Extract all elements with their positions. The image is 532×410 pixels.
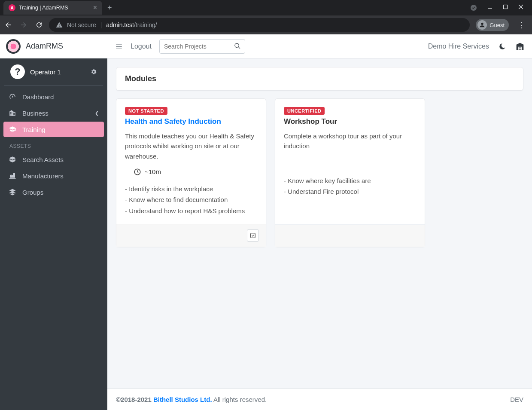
main-nav: Dashboard Business ❮ Training ASSETS [0,89,107,201]
svg-point-5 [481,23,483,25]
module-duration: ~10m [125,168,257,176]
module-card: NOT STARTED Health and Safety Induction … [116,98,266,247]
search-projects-input[interactable] [159,39,245,54]
topbar-right: Demo Hire Services [428,42,524,51]
bullet-item: - Understand Fire protocol [284,186,416,197]
browser-back-icon[interactable] [4,21,12,29]
status-badge: UNCERTIFIED [284,107,325,115]
tachometer-icon [9,93,17,101]
module-description: Complete a workshop tour as part of your… [284,131,416,151]
site-info-icon[interactable] [56,21,63,28]
browser-forward-icon[interactable] [20,21,27,29]
sidebar-item-dashboard[interactable]: Dashboard [3,89,104,104]
settings-gear-icon[interactable] [90,68,97,75]
topbar: Logout Demo Hire Services [107,34,532,58]
nav-label: Search Assets [22,156,64,163]
search-icon[interactable] [234,43,241,49]
user-avatar-icon: ? [10,64,25,79]
footer: ©2018-2021 Bithell Studios Ltd. All righ… [107,389,532,410]
omnibox[interactable]: Not secure | admin.test/training/ [49,18,470,32]
logout-link[interactable]: Logout [131,43,152,50]
module-title-link[interactable]: Health and Safety Induction [125,117,257,126]
module-footer [116,224,266,247]
module-bullets: - Identify risks in the workplace - Know… [125,184,257,217]
browser-reload-icon[interactable] [35,21,43,29]
chevron-left-icon: ❮ [95,110,99,116]
copyright-text: ©2018-2021 [116,396,153,403]
company-name[interactable]: Demo Hire Services [428,43,489,50]
status-badge: NOT STARTED [125,107,167,115]
url-path: /training/ [134,21,157,28]
hide-network-icon[interactable] [470,4,477,11]
module-description: This module teaches you our Health & Saf… [125,131,257,161]
browser-tab[interactable]: A Training | AdamRMS × [3,1,102,15]
nav-section-header-assets: ASSETS [3,138,104,152]
sidebar-item-search-assets[interactable]: Search Assets [3,152,104,167]
footer-company-link[interactable]: Bithell Studios Ltd. [153,396,212,403]
content: Modules NOT STARTED Health and Safety In… [107,58,532,389]
graduation-cap-icon [9,125,17,133]
profile-avatar-icon [477,20,487,30]
svg-rect-2 [504,5,508,9]
clock-icon [134,168,141,176]
sidebar-item-groups[interactable]: Groups [3,184,104,200]
brand-logo-icon [6,39,21,54]
page-header-card: Modules [116,67,523,91]
sidebar-item-business[interactable]: Business ❮ [3,105,104,121]
building-icon [9,109,17,117]
nav-label: Training [22,126,46,133]
user-name[interactable]: Operator 1 [30,68,61,76]
env-label: DEV [510,396,523,403]
not-secure-label: Not secure [67,21,96,28]
address-bar: Not secure | admin.test/training/ Guest … [0,15,532,34]
sidebar-item-training[interactable]: Training [3,122,104,137]
url-host: admin.test [106,21,134,28]
window-maximize-icon[interactable] [503,4,508,11]
tab-strip: A Training | AdamRMS × + [0,0,532,15]
new-tab-button[interactable]: + [104,3,116,12]
module-bullets: - Know where key facilities are - Unders… [284,175,416,197]
browser-chrome: A Training | AdamRMS × + [0,0,532,34]
profile-chip[interactable]: Guest [476,19,509,31]
tab-favicon: A [9,4,15,11]
project-search [159,39,245,54]
module-title: Workshop Tour [284,117,416,126]
brand-name: AdamRMS [26,42,63,51]
bullet-item: - Understand how to report H&S problems [125,205,257,217]
dark-mode-icon[interactable] [499,43,506,50]
start-module-button[interactable] [247,229,259,242]
sidebar-item-manufacturers[interactable]: Manufacturers [3,168,104,184]
sidebar-toggle-icon[interactable] [115,43,123,50]
window-close-icon[interactable] [518,4,523,11]
page-title: Modules [125,74,514,83]
user-panel: ? Operator 1 [4,58,103,86]
window-controls [470,4,529,11]
module-footer [275,224,425,247]
main: Logout Demo Hire Services Modules [107,34,532,410]
nav-label: Manufacturers [22,172,64,180]
sidebar: AdamRMS ? Operator 1 Dashboard Business … [0,34,107,410]
layers-icon [9,188,17,196]
nav-label: Dashboard [22,93,54,101]
browser-menu-icon[interactable]: ⋮ [515,20,528,30]
profile-label: Guest [489,22,505,28]
nav-label: Business [22,110,49,117]
app: AdamRMS ? Operator 1 Dashboard Business … [0,34,532,410]
modules-grid: NOT STARTED Health and Safety Induction … [116,98,523,247]
industry-icon [9,172,17,180]
nav-label: Groups [22,189,43,196]
bullet-item: - Identify risks in the workplace [125,184,257,195]
tab-close-icon[interactable]: × [93,4,97,11]
brand[interactable]: AdamRMS [0,34,107,58]
module-card: UNCERTIFIED Workshop Tour Complete a wor… [275,98,425,247]
rights-text: All rights reserved. [212,396,267,403]
duration-text: ~10m [145,168,161,175]
warehouse-icon[interactable] [516,42,524,51]
bullet-item: - Know where to find documentation [125,194,257,205]
svg-rect-7 [251,233,255,238]
bullet-item: - Know where key facilities are [284,175,416,187]
tab-title: Training | AdamRMS [19,5,90,11]
window-minimize-icon[interactable] [487,4,492,11]
box-icon [9,156,17,163]
